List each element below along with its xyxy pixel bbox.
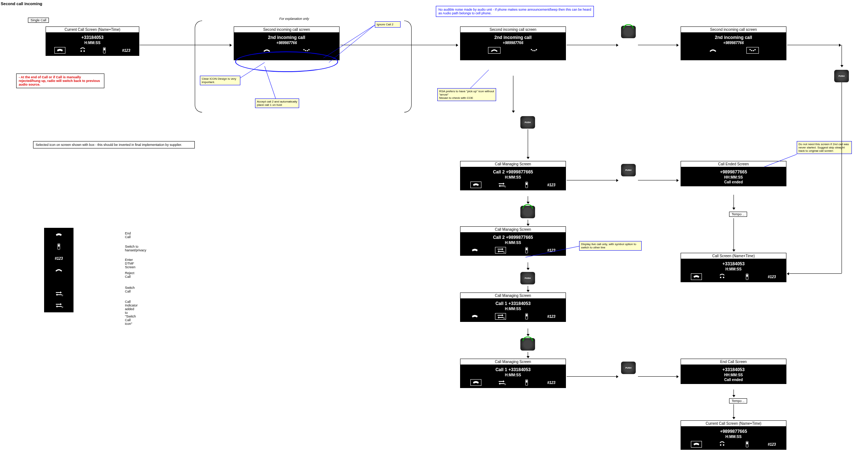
note-rsa: RSA prefers to have "pick up" icon witho… [437,88,496,101]
caller-number: +9899877665 [684,169,783,175]
screen-call-managing-3: Call Managing Screen Call 1 +33184053 H:… [460,292,566,322]
call-time: H:MM:SS [463,175,563,179]
legend: #123 ① ② End Call Switch to hanset/priva… [44,228,73,312]
svg-text:②: ② [61,306,63,308]
tag-single-call: Single Call [28,18,49,23]
accept-call-icon[interactable] [488,47,501,54]
arrow [528,352,528,358]
handset-icon[interactable] [522,313,531,320]
switch-call-icon[interactable]: ② [497,379,506,386]
call-label: Call 2 +9899877665 [463,169,563,175]
dtmf-icon[interactable]: #123 [767,273,776,280]
svg-point-10 [720,277,721,278]
arrow [528,286,528,292]
svg-point-21 [723,444,724,446]
handset-icon[interactable] [522,247,531,254]
brace-right [404,21,412,112]
dtmf-icon: #123 [54,255,63,262]
svg-rect-25 [58,244,60,247]
dtmf-icon[interactable]: #123 [547,313,556,320]
legend-dtmf: Enter DTMF Screen [125,258,136,269]
reject-call-icon[interactable] [530,47,538,54]
svg-text:①: ① [504,186,506,188]
note-accept-call2: Accept call 2 and automatically place ca… [255,98,299,108]
end-call-icon[interactable] [54,47,65,54]
svg-rect-23 [746,442,748,444]
call-time: HH:MM:SS [684,373,783,377]
end-call-icon[interactable] [691,441,702,448]
dtmf-icon[interactable]: #123 [122,47,130,54]
legend-end-call: End Call [125,232,131,239]
svg-rect-3 [104,48,105,50]
screen-call-managing-4: Call Managing Screen Call 1 +33184053 H:… [460,359,566,388]
handset-icon[interactable] [522,379,531,386]
push-button-icon: PUSH [520,116,535,129]
screen-header: Call Managing Screen [460,161,566,167]
reject-call-icon [54,267,63,273]
svg-rect-13 [746,274,748,277]
screen-header: Call Managing Screen [460,359,566,365]
call-time: H:MM:SS [463,373,563,377]
handset-icon[interactable] [743,273,752,280]
call-label: 2nd incoming call [237,35,337,40]
arrow [140,45,232,45]
end-call-icon[interactable] [470,379,481,386]
arrow [638,180,678,180]
screen-header: Call Ended Screen [681,161,786,167]
end-call-icon[interactable] [470,182,481,188]
svg-text:①: ① [61,294,63,297]
privacy-icon[interactable] [718,441,727,448]
switch-call-icon[interactable]: ① [497,182,506,188]
screen-header: End Call Screen [681,359,786,365]
svg-text:②: ② [504,383,506,385]
call-time: HH:MM:SS [684,175,783,179]
handset-icon[interactable] [100,47,109,54]
end-call-icon[interactable] [470,247,479,254]
reject-call-icon[interactable] [746,47,759,54]
handset-icon[interactable] [743,441,752,448]
caller-number: +989987766 [237,41,337,45]
arrow [528,196,528,204]
call-label: Call 1 +33184053 [463,301,563,306]
handset-icon[interactable] [522,182,531,188]
note-audio-path: No audible noise made by audio unit - If… [436,6,594,17]
accept-call-icon[interactable] [709,47,717,54]
dtmf-icon[interactable]: #123 [547,247,556,254]
arrow [528,262,528,270]
note-end-of-call: - At the end of Call or if Call is manua… [16,73,104,88]
explanation-label: For explanation only [279,17,309,21]
svg-point-20 [720,444,721,446]
svg-rect-9 [526,248,527,250]
screen-call-managing-1: Call Managing Screen Call 2 +9899877665 … [460,161,566,190]
switch-call-icon[interactable]: ① [495,247,506,254]
arrow [638,45,678,45]
dtmf-icon[interactable]: #123 [547,379,556,386]
switch-call-icon[interactable]: ② [495,313,506,320]
arrow [787,273,842,274]
caller-number: +9899877665 [684,429,783,434]
call-time: H:MM:SS [684,267,783,271]
call-time: H:MM:SS [49,41,136,45]
call-label: Call 2 +9899877665 [463,235,563,240]
arrow [567,376,618,377]
dtmf-icon[interactable]: #123 [547,182,556,188]
push-button-icon: PUSH [520,272,535,284]
arrow [734,390,734,397]
note-clear-icon: Clear ICON Design is very important. [200,76,240,85]
privacy-icon[interactable] [718,273,727,280]
svg-rect-19 [526,380,527,383]
privacy-icon[interactable] [78,47,87,54]
dtmf-icon[interactable]: #123 [767,441,776,448]
svg-text:②: ② [503,317,505,319]
tag-tempo-1: Tempo .. [729,212,747,217]
call-status: Call ended [684,180,783,184]
call-time: H:MM:SS [463,241,563,245]
arrow [787,45,841,45]
caller-number: +33184053 [49,35,136,40]
handset-icon [54,243,63,250]
arrow [734,195,734,209]
screen-call-managing-2: Call Managing Screen Call 2 +9899877665 … [460,226,566,256]
end-call-icon[interactable] [691,273,702,280]
end-call-icon[interactable] [470,313,479,320]
arrow [528,129,528,159]
